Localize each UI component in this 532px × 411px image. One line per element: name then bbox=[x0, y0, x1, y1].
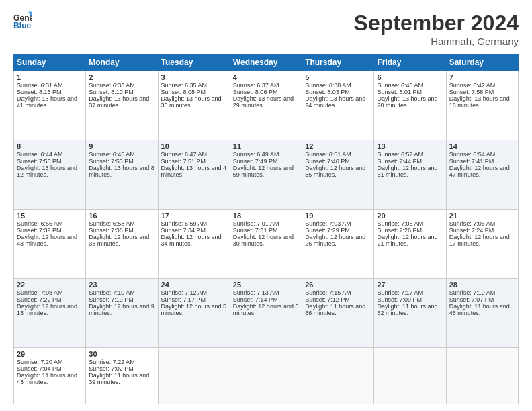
table-cell: 26Sunrise: 7:15 AMSunset: 7:12 PMDayligh… bbox=[302, 279, 374, 348]
daylight-text: Daylight: 12 hours and 51 minutes. bbox=[377, 165, 443, 178]
day-number: 1 bbox=[17, 73, 83, 81]
day-number: 2 bbox=[89, 73, 154, 81]
table-cell: 21Sunrise: 7:06 AMSunset: 7:24 PMDayligh… bbox=[446, 210, 518, 279]
calendar-table: Sunday Monday Tuesday Wednesday Thursday… bbox=[13, 54, 519, 404]
week-row-1: 1Sunrise: 6:31 AMSunset: 8:13 PMDaylight… bbox=[14, 71, 519, 140]
sunset-text: Sunset: 8:06 PM bbox=[233, 89, 299, 95]
sunset-text: Sunset: 7:58 PM bbox=[449, 89, 515, 95]
table-cell bbox=[446, 348, 518, 404]
day-number: 3 bbox=[161, 73, 227, 81]
day-number: 20 bbox=[377, 212, 443, 220]
header-friday: Friday bbox=[374, 54, 446, 71]
title-block: September 2024 Hammah, Germany bbox=[354, 11, 519, 47]
table-cell bbox=[158, 348, 230, 404]
sunrise-text: Sunrise: 6:52 AM bbox=[377, 151, 443, 158]
header-sunday: Sunday bbox=[14, 54, 86, 71]
sunset-text: Sunset: 7:07 PM bbox=[449, 296, 515, 303]
header: General Blue September 2024 Hammah, Germ… bbox=[13, 11, 519, 47]
day-number: 4 bbox=[233, 73, 299, 81]
location: Hammah, Germany bbox=[354, 36, 519, 47]
table-cell: 15Sunrise: 6:56 AMSunset: 7:39 PMDayligh… bbox=[14, 210, 86, 279]
day-number: 28 bbox=[449, 281, 515, 289]
day-number: 10 bbox=[161, 142, 227, 150]
sunrise-text: Sunrise: 6:33 AM bbox=[89, 82, 154, 89]
day-number: 14 bbox=[449, 142, 515, 150]
sunrise-text: Sunrise: 7:05 AM bbox=[377, 220, 443, 227]
header-thursday: Thursday bbox=[302, 54, 374, 71]
daylight-text: Daylight: 13 hours and 20 minutes. bbox=[377, 95, 443, 109]
sunrise-text: Sunrise: 7:12 AM bbox=[161, 289, 227, 296]
sunrise-text: Sunrise: 7:13 AM bbox=[233, 289, 299, 296]
sunrise-text: Sunrise: 6:38 AM bbox=[305, 82, 371, 89]
day-number: 12 bbox=[305, 142, 371, 150]
daylight-text: Daylight: 12 hours and 55 minutes. bbox=[305, 165, 371, 178]
sunrise-text: Sunrise: 7:15 AM bbox=[305, 289, 371, 296]
table-cell: 10Sunrise: 6:47 AMSunset: 7:51 PMDayligh… bbox=[158, 140, 230, 210]
day-number: 16 bbox=[89, 212, 154, 220]
daylight-text: Daylight: 13 hours and 37 minutes. bbox=[89, 95, 154, 109]
sunset-text: Sunset: 7:12 PM bbox=[305, 296, 371, 303]
daylight-text: Daylight: 12 hours and 59 minutes. bbox=[233, 165, 299, 178]
table-cell bbox=[374, 348, 446, 404]
week-row-5: 29Sunrise: 7:20 AMSunset: 7:04 PMDayligh… bbox=[14, 348, 519, 404]
month-title: September 2024 bbox=[354, 11, 519, 36]
daylight-text: Daylight: 12 hours and 38 minutes. bbox=[89, 234, 154, 247]
header-saturday: Saturday bbox=[446, 54, 518, 71]
day-number: 30 bbox=[89, 350, 154, 358]
daylight-text: Daylight: 12 hours and 30 minutes. bbox=[233, 234, 299, 247]
header-tuesday: Tuesday bbox=[158, 54, 230, 71]
week-row-4: 22Sunrise: 7:08 AMSunset: 7:22 PMDayligh… bbox=[14, 279, 519, 348]
table-cell bbox=[230, 348, 302, 404]
day-number: 11 bbox=[233, 142, 299, 150]
sunset-text: Sunset: 7:29 PM bbox=[305, 227, 371, 234]
sunrise-text: Sunrise: 6:49 AM bbox=[233, 151, 299, 158]
logo: General Blue bbox=[13, 11, 34, 30]
sunrise-text: Sunrise: 6:42 AM bbox=[449, 82, 515, 89]
table-cell: 2Sunrise: 6:33 AMSunset: 8:10 PMDaylight… bbox=[86, 71, 158, 140]
table-cell: 7Sunrise: 6:42 AMSunset: 7:58 PMDaylight… bbox=[446, 71, 518, 140]
sunrise-text: Sunrise: 7:22 AM bbox=[89, 359, 154, 365]
sunset-text: Sunset: 7:36 PM bbox=[89, 227, 154, 234]
sunset-text: Sunset: 7:02 PM bbox=[89, 365, 154, 372]
sunset-text: Sunset: 7:51 PM bbox=[161, 158, 227, 165]
sunrise-text: Sunrise: 6:37 AM bbox=[233, 82, 299, 89]
daylight-text: Daylight: 12 hours and 34 minutes. bbox=[161, 234, 227, 247]
sunrise-text: Sunrise: 6:51 AM bbox=[305, 151, 371, 158]
daylight-text: Daylight: 12 hours and 13 minutes. bbox=[17, 303, 83, 316]
table-cell: 20Sunrise: 7:05 AMSunset: 7:26 PMDayligh… bbox=[374, 210, 446, 279]
sunrise-text: Sunrise: 7:10 AM bbox=[89, 289, 154, 296]
daylight-text: Daylight: 11 hours and 52 minutes. bbox=[377, 303, 443, 316]
sunset-text: Sunset: 7:26 PM bbox=[377, 227, 443, 234]
sunrise-text: Sunrise: 7:03 AM bbox=[305, 220, 371, 227]
sunset-text: Sunset: 7:34 PM bbox=[161, 227, 227, 234]
table-cell: 25Sunrise: 7:13 AMSunset: 7:14 PMDayligh… bbox=[230, 279, 302, 348]
sunset-text: Sunset: 7:56 PM bbox=[17, 158, 83, 165]
sunset-text: Sunset: 7:04 PM bbox=[17, 365, 83, 372]
daylight-text: Daylight: 11 hours and 43 minutes. bbox=[17, 372, 83, 385]
sunset-text: Sunset: 8:03 PM bbox=[305, 89, 371, 95]
daylight-text: Daylight: 13 hours and 4 minutes. bbox=[161, 165, 227, 178]
daylight-text: Daylight: 13 hours and 12 minutes. bbox=[17, 165, 83, 178]
day-number: 6 bbox=[377, 73, 443, 81]
table-cell: 17Sunrise: 6:59 AMSunset: 7:34 PMDayligh… bbox=[158, 210, 230, 279]
day-number: 8 bbox=[17, 142, 83, 150]
day-number: 15 bbox=[17, 212, 83, 220]
sunrise-text: Sunrise: 6:31 AM bbox=[17, 82, 83, 89]
table-cell: 19Sunrise: 7:03 AMSunset: 7:29 PMDayligh… bbox=[302, 210, 374, 279]
table-cell: 22Sunrise: 7:08 AMSunset: 7:22 PMDayligh… bbox=[14, 279, 86, 348]
sunrise-text: Sunrise: 6:35 AM bbox=[161, 82, 227, 89]
day-number: 18 bbox=[233, 212, 299, 220]
day-number: 13 bbox=[377, 142, 443, 150]
table-cell: 4Sunrise: 6:37 AMSunset: 8:06 PMDaylight… bbox=[230, 71, 302, 140]
daylight-text: Daylight: 12 hours and 21 minutes. bbox=[377, 234, 443, 247]
page: General Blue September 2024 Hammah, Germ… bbox=[0, 0, 532, 411]
sunrise-text: Sunrise: 6:47 AM bbox=[161, 151, 227, 158]
sunset-text: Sunset: 7:39 PM bbox=[17, 227, 83, 234]
sunset-text: Sunset: 8:13 PM bbox=[17, 89, 83, 95]
daylight-text: Daylight: 11 hours and 39 minutes. bbox=[89, 372, 154, 385]
daylight-text: Daylight: 13 hours and 8 minutes. bbox=[89, 165, 154, 178]
table-cell: 24Sunrise: 7:12 AMSunset: 7:17 PMDayligh… bbox=[158, 279, 230, 348]
svg-text:Blue: Blue bbox=[13, 21, 32, 30]
week-row-2: 8Sunrise: 6:44 AMSunset: 7:56 PMDaylight… bbox=[14, 140, 519, 210]
table-cell: 12Sunrise: 6:51 AMSunset: 7:46 PMDayligh… bbox=[302, 140, 374, 210]
